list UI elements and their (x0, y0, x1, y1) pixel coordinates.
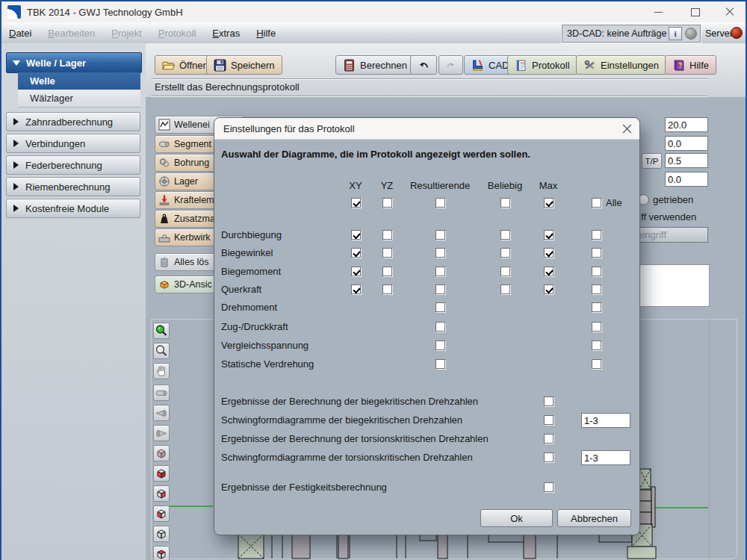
checkbox[interactable] (436, 322, 445, 332)
zoom-tool[interactable] (153, 343, 170, 359)
checkbox[interactable] (382, 248, 392, 258)
checkbox[interactable] (436, 230, 445, 240)
checkbox-all-xy[interactable] (351, 198, 361, 208)
checkbox[interactable] (592, 322, 601, 332)
checkbox[interactable] (592, 230, 601, 240)
form-field-2[interactable] (665, 136, 708, 151)
checkbox[interactable] (592, 248, 601, 258)
checkbox[interactable] (351, 284, 361, 294)
sidebar-section-verbindungen[interactable]: Verbindungen (6, 134, 140, 153)
checkbox-alle[interactable] (592, 198, 601, 208)
cad-status-indicator (685, 28, 697, 40)
menu-extras[interactable]: Extras (212, 28, 240, 39)
cube-red-left-icon (155, 507, 168, 520)
checkbox[interactable] (382, 284, 392, 294)
checkbox[interactable] (436, 284, 445, 294)
checkbox[interactable] (500, 267, 510, 276)
range-field-torsionskritisch[interactable] (581, 450, 630, 465)
maximize-button[interactable] (684, 5, 707, 19)
report-row-label: Schwingformdiagramme der torsionskritisc… (221, 452, 473, 463)
calculate-button[interactable]: Berechnen (335, 55, 415, 75)
title-bar: TBK 2014 - GWJ Technology GmbH (1, 1, 746, 22)
sidebar-section-riemenberechnung[interactable]: Riemenberechnung (6, 177, 140, 196)
protocol-button[interactable]: Protokoll (507, 55, 577, 75)
checkbox[interactable] (592, 302, 601, 312)
dialog-title: Einstellungen für das Protokoll (223, 123, 355, 134)
mesh-field-disabled (629, 227, 708, 243)
trash-icon (158, 256, 170, 268)
notepad-icon (515, 59, 527, 72)
checkbox[interactable] (592, 359, 601, 369)
checkbox[interactable] (592, 340, 601, 350)
checkbox[interactable] (500, 230, 510, 240)
row-label: Zug-/Druckkraft (221, 321, 288, 332)
sidebar-item-welle[interactable]: Welle (18, 72, 140, 90)
cube-wireframe-tool[interactable] (153, 526, 170, 542)
cancel-button[interactable]: Abbrechen (557, 509, 631, 527)
cube-red-top-icon (155, 547, 168, 560)
zoom-in-tool[interactable] (153, 323, 170, 339)
col-header-max: Max (539, 180, 558, 191)
menu-hilfe[interactable]: Hilfe (256, 28, 276, 39)
panel-divider (709, 319, 710, 559)
cube-top-face-tool[interactable] (153, 546, 170, 560)
cube-front-face-tool[interactable] (153, 465, 170, 482)
checkbox[interactable] (544, 415, 554, 425)
sidebar-section-zahnradberechnung[interactable]: Zahnradberechnung (6, 112, 140, 131)
checkbox[interactable] (436, 267, 445, 276)
checkbox[interactable] (544, 284, 554, 294)
checkbox[interactable] (500, 248, 510, 258)
form-field-4[interactable] (665, 172, 708, 187)
checkbox[interactable] (382, 230, 392, 240)
cone-right-tool[interactable] (153, 425, 170, 441)
checkbox[interactable] (351, 267, 361, 276)
help-button[interactable]: Hilfe (665, 55, 716, 75)
checkbox[interactable] (382, 267, 392, 276)
checkbox[interactable] (544, 230, 554, 240)
checkbox[interactable] (500, 284, 510, 294)
settings-button[interactable]: Einstellungen (576, 55, 666, 75)
dialog-close-icon[interactable] (622, 124, 632, 134)
sidebar-section-kostenfreie-module[interactable]: Kostenfreie Module (6, 199, 140, 218)
info-button[interactable]: i (669, 27, 682, 40)
checkbox[interactable] (436, 302, 445, 312)
chain-link-icon (158, 157, 170, 169)
checkbox[interactable] (436, 340, 445, 350)
cube-solid-tool[interactable] (153, 445, 170, 461)
sidebar-item-waelzlager[interactable]: Wälzlager (18, 90, 140, 108)
checkbox-all-max[interactable] (544, 198, 554, 208)
cube-left-face-tool[interactable] (153, 505, 170, 522)
sidebar-section-federberechnung[interactable]: Federberechnung (6, 155, 140, 175)
cylinder-view-tool[interactable] (153, 385, 170, 401)
checkbox[interactable] (544, 434, 554, 444)
pan-tool[interactable] (153, 363, 170, 379)
tp-toggle-button[interactable]: T/P (642, 153, 662, 169)
checkbox[interactable] (436, 359, 445, 369)
form-field-1[interactable] (665, 117, 708, 132)
curve-chart-icon (158, 119, 170, 131)
checkbox[interactable] (436, 248, 445, 258)
checkbox[interactable] (351, 248, 361, 258)
checkbox[interactable] (592, 284, 601, 294)
checkbox[interactable] (544, 396, 554, 406)
checkbox-all-res[interactable] (436, 198, 445, 208)
form-field-3[interactable] (665, 153, 708, 168)
undo-button[interactable] (410, 55, 437, 75)
checkbox[interactable] (592, 267, 601, 276)
checkbox[interactable] (544, 267, 554, 276)
checkbox[interactable] (544, 248, 554, 258)
checkbox-all-bel[interactable] (500, 198, 510, 208)
close-button[interactable] (719, 5, 741, 19)
cone-left-tool[interactable] (153, 405, 170, 421)
range-field-biegekritisch[interactable] (581, 413, 630, 428)
checkbox-all-yz[interactable] (382, 198, 392, 208)
ok-button[interactable]: Ok (480, 509, 553, 527)
sidebar-section-welle-lager[interactable]: Welle / Lager (6, 52, 142, 73)
menu-datei[interactable]: Datei (9, 28, 31, 39)
checkbox[interactable] (544, 452, 554, 462)
checkbox[interactable] (351, 230, 361, 240)
cube-right-face-tool[interactable] (153, 485, 170, 502)
checkbox[interactable] (544, 482, 554, 492)
save-button[interactable]: Speichern (206, 55, 282, 75)
minimize-button[interactable] (647, 5, 669, 19)
